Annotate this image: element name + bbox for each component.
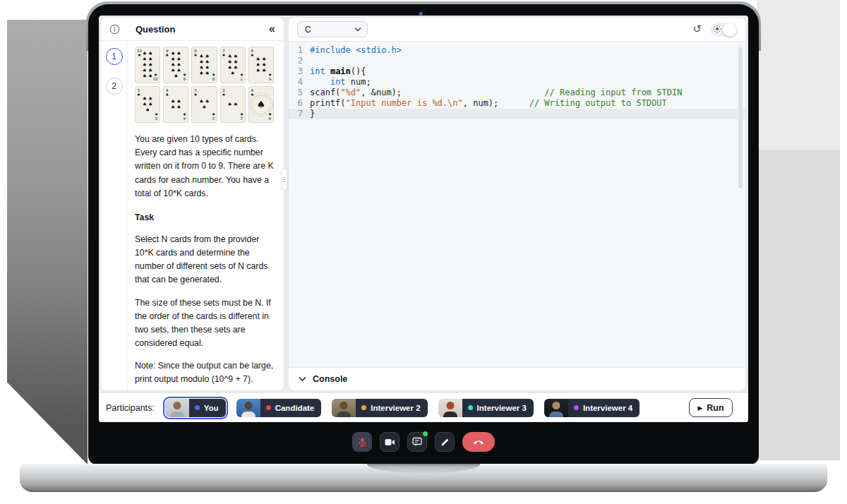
camera-button[interactable]	[380, 432, 400, 452]
question-heading: Task	[135, 212, 274, 222]
participant-label: Interviewer 2	[356, 399, 427, 417]
question-content: 10♠♠♠♠♠♠♠♠♠♠♠10♠9♠♠♠♠♠♠♠♠♠♠9♠8♠♠♠♠♠♠♠♠♠8…	[128, 41, 284, 391]
line-number: 2	[289, 56, 310, 66]
code-line-2[interactable]: 2	[289, 56, 745, 66]
scene: Question « 12 10♠♠♠♠♠♠♠♠♠♠♠10♠9♠♠♠♠♠♠♠♠♠…	[0, 0, 847, 504]
participant-list: YouCandidateInterviewer 2Interviewer 3In…	[163, 397, 642, 419]
chat-icon	[412, 437, 422, 447]
code-editor-panel: C ↺	[288, 17, 746, 391]
code-line-4[interactable]: 4 int num;	[289, 77, 745, 88]
participant-chip-int4[interactable]: Interviewer 4	[542, 397, 642, 419]
participant-video-thumbnail	[165, 399, 189, 417]
participant-video-thumbnail	[236, 399, 260, 417]
question-text: You are given 10 types of cards. Every c…	[135, 133, 274, 200]
code-line-7[interactable]: 7}	[289, 109, 745, 119]
line-number: 3	[289, 66, 310, 77]
participant-video-thumbnail	[544, 399, 568, 417]
participants-label: Participants:	[106, 403, 155, 413]
line-number: 4	[289, 77, 310, 88]
laptop-lid-scoop	[367, 464, 480, 473]
question-panel-body: 12 10♠♠♠♠♠♠♠♠♠♠♠10♠9♠♠♠♠♠♠♠♠♠♠9♠8♠♠♠♠♠♠♠…	[101, 41, 284, 391]
panel-resize-handle[interactable]	[281, 168, 287, 191]
microphone-muted-button[interactable]	[352, 432, 372, 452]
backdrop-right-bottom	[757, 150, 840, 460]
code-line-3[interactable]: 3int main(){	[289, 66, 745, 77]
code-line-5[interactable]: 5scanf("%d", &num); // Reading input fro…	[289, 88, 745, 98]
presence-dot	[574, 405, 579, 410]
participant-label: Interviewer 3	[462, 399, 534, 417]
end-call-button[interactable]	[462, 432, 495, 452]
question-step-1[interactable]: 1	[106, 48, 123, 65]
annotate-button[interactable]	[435, 432, 455, 452]
editor-toolbar: C ↺	[289, 18, 745, 42]
end-call-icon	[472, 439, 485, 445]
code-line-1[interactable]: 1#include <stdio.h>	[289, 45, 745, 56]
play-icon: ▶	[697, 404, 702, 412]
participant-chip-int3[interactable]: Interviewer 3	[436, 397, 536, 419]
camera-icon	[385, 438, 395, 446]
call-control-bar	[88, 426, 759, 457]
participant-video-thumbnail	[438, 399, 462, 417]
line-number: 7	[289, 109, 310, 119]
participant-label: Candidate	[260, 399, 322, 417]
presence-dot	[361, 405, 366, 410]
step-list: 12	[101, 41, 128, 391]
chat-notification-badge	[423, 431, 428, 436]
microphone-muted-icon	[357, 437, 368, 448]
run-button-label: Run	[707, 403, 723, 413]
code-lines: 1#include <stdio.h>23int main(){4 int nu…	[289, 45, 745, 119]
participant-label: Interviewer 4	[568, 399, 639, 417]
editor-scrollbar[interactable]	[738, 47, 743, 188]
history-icon[interactable]: ↺	[692, 23, 702, 34]
playing-card-4: 4♠♠♠♠♠4♠	[163, 86, 188, 123]
run-button[interactable]: ▶ Run	[689, 398, 733, 417]
question-panel-header: Question «	[101, 18, 284, 41]
line-number: 1	[289, 45, 310, 56]
laptop-base	[20, 464, 827, 492]
question-step-2[interactable]: 2	[106, 78, 123, 95]
ace-wreath: ♠	[251, 95, 271, 114]
language-select[interactable]: C	[297, 21, 368, 37]
sun-icon	[713, 25, 721, 33]
cards-grid: 10♠♠♠♠♠♠♠♠♠♠♠10♠9♠♠♠♠♠♠♠♠♠♠9♠8♠♠♠♠♠♠♠♠♠8…	[135, 47, 274, 123]
info-icon[interactable]	[109, 24, 120, 35]
participant-label: You	[189, 399, 226, 417]
editor-toolbar-right: ↺	[692, 23, 737, 37]
presence-dot	[266, 405, 271, 410]
playing-card-10: 10♠♠♠♠♠♠♠♠♠♠♠10♠	[135, 47, 160, 83]
presence-dot	[195, 405, 200, 410]
playing-card-5: 5♠♠♠♠♠♠5♠	[135, 86, 160, 123]
playing-card-3: 3♠♠♠♠3♠	[191, 86, 217, 123]
playing-card-2: 2♠♠♠2♠	[220, 86, 246, 123]
code-line-6[interactable]: 6printf("Input number is %d.\n", num); /…	[289, 98, 745, 109]
backdrop-right-top	[757, 0, 840, 150]
interview-app-window: Question « 12 10♠♠♠♠♠♠♠♠♠♠♠10♠9♠♠♠♠♠♠♠♠♠…	[99, 16, 748, 422]
participant-chip-candidate[interactable]: Candidate	[234, 397, 324, 419]
theme-toggle[interactable]	[710, 23, 737, 37]
participant-video-thumbnail	[332, 399, 356, 417]
console-label: Console	[313, 374, 347, 384]
participants-bar: Participants: YouCandidateInterviewer 2I…	[99, 392, 748, 422]
console-bar[interactable]: Console	[289, 367, 745, 390]
participant-chip-int2[interactable]: Interviewer 2	[330, 397, 429, 419]
participant-chip-you[interactable]: You	[163, 397, 228, 419]
collapse-panel-icon[interactable]: «	[269, 23, 275, 35]
chevron-down-icon	[299, 376, 306, 382]
presence-dot	[468, 405, 473, 410]
chevron-down-icon	[354, 27, 361, 32]
line-number: 5	[289, 88, 310, 98]
question-text: Select N cards from the provider 10*K ca…	[135, 233, 274, 287]
code-area[interactable]: 1#include <stdio.h>23int main(){4 int nu…	[289, 42, 745, 365]
line-number: 6	[289, 98, 310, 109]
playing-card-9: 9♠♠♠♠♠♠♠♠♠♠9♠	[163, 47, 188, 83]
playing-card-6: 6♠♠♠♠♠♠♠6♠	[248, 47, 274, 83]
chat-button[interactable]	[407, 432, 427, 452]
playing-card-A: A♠♠A♠	[248, 86, 274, 123]
question-text: Note: Since the output can be large, pri…	[135, 359, 274, 386]
question-text: The size of these sets must be N. If the…	[135, 296, 274, 351]
toggle-knob	[723, 23, 737, 37]
backdrop-left	[7, 20, 88, 464]
laptop-screen: Question « 12 10♠♠♠♠♠♠♠♠♠♠♠10♠9♠♠♠♠♠♠♠♠♠…	[88, 4, 759, 464]
playing-card-8: 8♠♠♠♠♠♠♠♠♠8♠	[191, 47, 217, 83]
question-panel: Question « 12 10♠♠♠♠♠♠♠♠♠♠♠10♠9♠♠♠♠♠♠♠♠♠…	[100, 17, 284, 391]
